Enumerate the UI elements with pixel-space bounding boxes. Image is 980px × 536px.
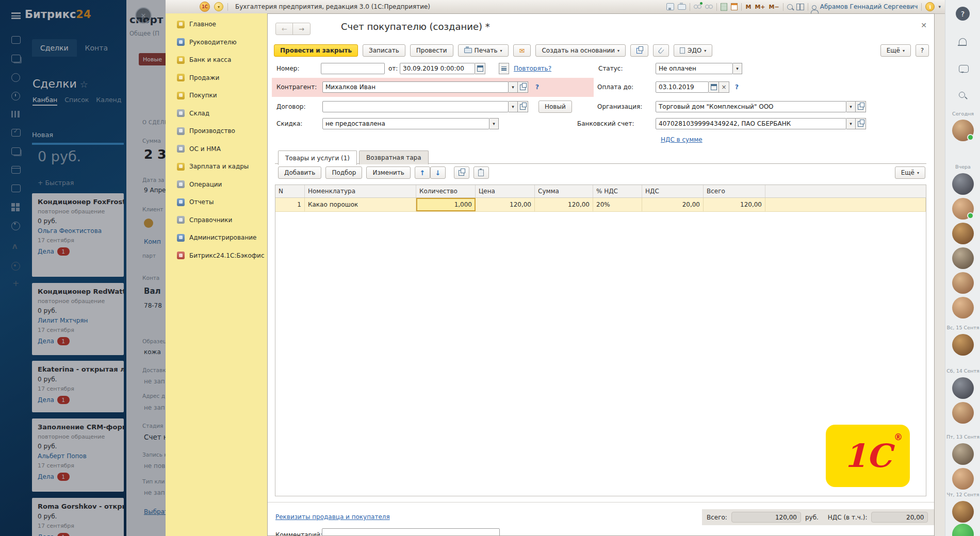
paste-row-button[interactable] [473,166,489,179]
create-based-on-button[interactable]: Создать на основании [535,44,626,57]
menu-item-operations[interactable]: Операции [166,176,267,194]
menu-item-purchases[interactable]: Покупки [166,87,267,105]
view-list[interactable]: Список [64,96,89,106]
items-more-button[interactable]: Ещё [895,166,925,179]
menu-item-warehouse[interactable]: Склад [166,105,267,123]
organization-input[interactable]: Торговый дом "Комплексный" ООО [656,101,846,112]
menu-item-sales[interactable]: Продажи [166,69,267,87]
window-icon[interactable] [11,185,21,192]
comment-input[interactable] [322,528,500,536]
deal-card[interactable]: Roma Gorshkov - открыта 0 руб. 17 сентяб… [32,498,124,536]
avatar[interactable] [952,377,974,399]
structure-button[interactable] [630,44,648,57]
feed-icon[interactable] [11,55,21,62]
save-button[interactable]: Записать [363,44,405,57]
deal-card[interactable]: Ekaterina - открытая лин 0 руб. 17 сентя… [32,361,124,412]
pay-until-clear-button[interactable] [719,81,729,93]
number-input[interactable] [321,63,385,74]
post-and-close-button[interactable]: Провести и закрыть [274,44,358,57]
pay-until-calendar-button[interactable] [709,81,719,93]
titlebar-caret-icon[interactable] [938,4,941,9]
contract-open-button[interactable] [518,101,528,112]
menu-item-bank-cash[interactable]: Банк и касса [166,51,267,69]
choose-link[interactable]: Выбрат [144,508,166,515]
col-total[interactable]: Всего [704,185,765,197]
forward-icon[interactable] [292,23,311,35]
move-up-button[interactable] [415,166,430,179]
deal-card[interactable]: Заполнение CRM-формы повторное обращение… [32,418,124,492]
status-select[interactable]: Не оплачен [656,63,733,74]
col-n[interactable]: N [275,185,305,197]
notifications-bell-icon[interactable] [959,38,967,45]
avatar[interactable] [952,120,974,141]
date-input[interactable]: 30.09.2019 0:00:00 [400,63,475,74]
tab-contacts[interactable]: Конта [77,39,116,57]
memory-mplus-button[interactable]: M+ [755,4,765,10]
time-icon[interactable] [11,92,20,100]
get-link-icon[interactable] [705,5,713,9]
contragent-help-link[interactable]: ? [535,83,539,91]
pay-until-help-link[interactable]: ? [735,83,739,91]
avatar[interactable] [952,443,974,465]
avatar[interactable] [952,402,974,424]
avatar[interactable] [952,501,974,523]
more-button[interactable]: Ещё [880,44,911,57]
add-link-icon[interactable] [694,5,701,9]
add-row-button[interactable]: Добавить [278,166,321,179]
menu-item-admin[interactable]: Администрирование [166,229,267,247]
contragent-dropdown-button[interactable] [509,81,518,93]
menu-item-catalogs[interactable]: Справочники [166,211,267,229]
contract-dropdown-button[interactable] [509,101,518,112]
repeat-link[interactable]: Повторять? [514,65,551,72]
organization-dropdown-button[interactable] [846,101,856,112]
memory-mminus-button[interactable]: M− [769,4,779,10]
settings-gear-icon[interactable] [11,262,20,271]
apps-grid-icon[interactable] [11,203,20,211]
menu-item-fixed-assets[interactable]: ОС и НМА [166,140,267,158]
split-view-icon[interactable] [796,4,804,10]
view-calendar[interactable]: Календ [96,96,121,106]
deal-card[interactable]: Кондиционер RedWatts 6 повторное обращен… [32,283,124,355]
contract-input[interactable] [322,101,509,112]
bank-account-input[interactable]: 40702810399994349242, ПАО СБЕРБАНК [656,118,846,129]
green-avatar[interactable] [952,524,974,536]
view-kanban[interactable]: Канбан [32,96,57,106]
requisites-link[interactable]: Реквизиты продавца и покупателя [275,513,390,521]
avatar[interactable] [952,272,974,294]
post-button[interactable]: Провести [410,44,453,57]
attachments-button[interactable] [653,44,669,57]
tab-deals[interactable]: Сделки [32,39,77,57]
menu-item-manager[interactable]: Руководителю [166,34,267,52]
back-icon[interactable] [275,23,293,35]
new-contract-button[interactable]: Новый [538,100,572,113]
tab-goods-services[interactable]: Товары и услуги (1) [278,150,357,165]
bank-account-open-button[interactable] [856,118,866,129]
contragent-open-button[interactable] [518,81,528,93]
table-row[interactable]: 1 Какао порошок 1,000 120,00 120,00 20% … [275,198,926,212]
avatar[interactable] [952,297,974,319]
desktop-icon[interactable] [11,36,21,44]
current-user[interactable]: Абрамов Геннадий Сергеевич [820,3,918,10]
avatar[interactable] [952,173,974,195]
kanban-quick-add[interactable]: + Быстрая [38,179,74,187]
menu-item-bitrix-backoffice[interactable]: Битрикс24.1С:Бэкофис [166,247,267,265]
calculator-icon[interactable] [721,3,727,11]
deal-stage-button[interactable]: Новые [139,53,166,65]
avatar[interactable] [952,198,974,220]
avatar[interactable] [952,468,974,490]
date-calendar-button[interactable] [475,63,485,74]
avatar[interactable] [952,223,974,244]
info-icon[interactable] [925,2,935,11]
discount-dropdown-button[interactable] [489,118,499,129]
network-icon[interactable] [11,73,20,82]
edit-button[interactable]: Изменить [366,166,411,179]
favorite-star-icon[interactable]: ☆ [80,79,88,90]
chat-icon[interactable] [959,65,969,73]
menu-hamburger-icon[interactable] [11,12,21,19]
help-icon[interactable] [956,7,970,21]
save-icon[interactable] [666,3,674,10]
contragent-input[interactable]: Михалков Иван [322,81,509,93]
discount-select[interactable]: не предоставлена [322,118,489,129]
vat-mode-link[interactable]: НДС в сумме [661,136,703,143]
organization-open-button[interactable] [856,101,866,112]
